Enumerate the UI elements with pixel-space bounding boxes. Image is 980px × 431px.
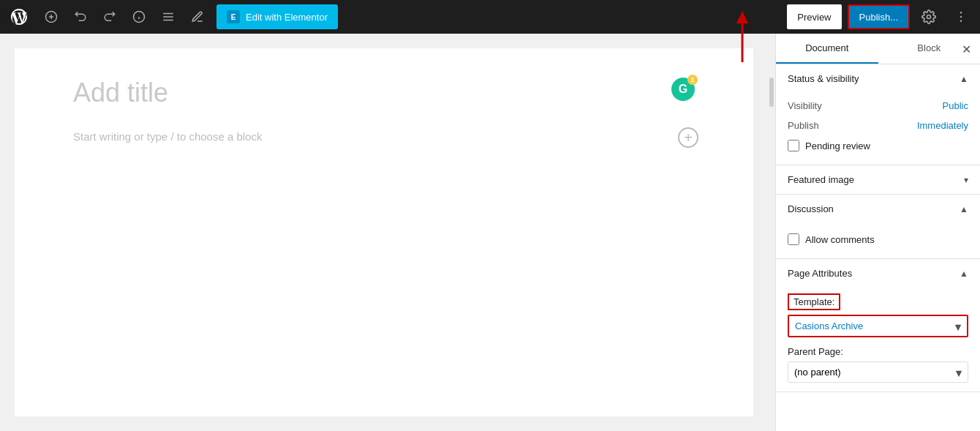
main-toolbar: E Edit with Elementor Preview Publish... [0, 0, 980, 34]
list-view-button[interactable] [155, 4, 181, 30]
parent-page-label: Parent Page: [788, 346, 968, 357]
svg-point-10 [960, 12, 962, 13]
template-label: Template: [788, 293, 840, 310]
featured-image-chevron: ▾ [964, 175, 968, 185]
parent-select-wrapper: (no parent) ▾ [788, 361, 968, 383]
pending-review-checkbox[interactable] [788, 140, 799, 151]
allow-comments-row: Allow comments [788, 229, 968, 250]
parent-page-group: Parent Page: (no parent) ▾ [788, 346, 968, 383]
template-select[interactable]: Casions Archive Default template Full Wi… [789, 316, 967, 336]
featured-image-section: Featured image ▾ [776, 165, 980, 195]
tools-button[interactable] [184, 4, 211, 30]
discussion-section: Discussion ▲ Allow comments [776, 195, 980, 259]
writing-placeholder[interactable]: Start writing or type / to choose a bloc… [73, 130, 695, 143]
page-attributes-section: Page Attributes ▲ Template: Casions Arch… [776, 259, 980, 392]
undo-button[interactable] [67, 4, 94, 30]
sidebar-close-button[interactable]: ✕ [959, 39, 974, 59]
publish-label: Publish [788, 120, 819, 131]
redo-button[interactable] [97, 4, 123, 30]
publish-row: Publish Immediately [788, 116, 968, 135]
add-new-button[interactable] [38, 4, 64, 30]
editor-scrollbar[interactable] [768, 34, 775, 431]
allow-comments-checkbox[interactable] [788, 233, 799, 245]
discussion-header[interactable]: Discussion ▲ [776, 195, 980, 223]
featured-image-header[interactable]: Featured image ▾ [776, 165, 980, 194]
elementor-icon: E [227, 10, 240, 23]
svg-point-12 [960, 20, 962, 23]
preview-button[interactable]: Preview [787, 4, 841, 29]
settings-button[interactable] [916, 4, 942, 30]
tab-document[interactable]: Document [776, 34, 878, 64]
svg-point-11 [960, 16, 962, 18]
visibility-value[interactable]: Public [943, 100, 968, 111]
status-visibility-section: Status & visibility ▲ Visibility Public … [776, 64, 980, 165]
editor-canvas: Add title 1 Start writing or type / to c… [15, 48, 753, 416]
visibility-label: Visibility [788, 100, 822, 111]
more-options-button[interactable] [948, 4, 974, 30]
page-attributes-chevron: ▲ [960, 269, 968, 279]
post-title-placeholder[interactable]: Add title [73, 78, 695, 108]
grammarly-circle: 1 [671, 78, 695, 101]
status-visibility-content: Visibility Public Publish Immediately Pe… [776, 93, 980, 165]
publish-button[interactable]: Publish... [848, 4, 910, 29]
visibility-row: Visibility Public [788, 96, 968, 116]
discussion-chevron: ▲ [960, 204, 968, 214]
scrollbar-thumb [769, 78, 774, 107]
allow-comments-label[interactable]: Allow comments [805, 234, 875, 245]
parent-page-select[interactable]: (no parent) [788, 362, 968, 382]
page-attributes-content: Template: Casions Archive Default templa… [776, 288, 980, 391]
info-button[interactable] [126, 4, 152, 30]
wp-logo [6, 4, 32, 30]
status-visibility-chevron: ▲ [960, 74, 968, 84]
template-select-wrapper: Casions Archive Default template Full Wi… [788, 315, 968, 337]
svg-point-9 [927, 15, 931, 19]
discussion-content: Allow comments [776, 223, 980, 258]
add-block-button[interactable]: + [678, 127, 698, 148]
main-layout: Add title 1 Start writing or type / to c… [0, 34, 980, 431]
status-visibility-header[interactable]: Status & visibility ▲ [776, 64, 980, 93]
pending-review-label[interactable]: Pending review [805, 140, 870, 151]
edit-with-elementor-button[interactable]: E Edit with Elementor [216, 4, 338, 29]
sidebar-tabs: Document Block ✕ [776, 34, 980, 64]
editor-area: Add title 1 Start writing or type / to c… [0, 34, 768, 431]
page-attributes-header[interactable]: Page Attributes ▲ [776, 259, 980, 288]
sidebar: Document Block ✕ Status & visibility ▲ V… [775, 34, 980, 431]
publish-value[interactable]: Immediately [917, 120, 968, 131]
pending-review-row: Pending review [788, 135, 968, 156]
grammarly-icon: 1 [671, 78, 695, 101]
